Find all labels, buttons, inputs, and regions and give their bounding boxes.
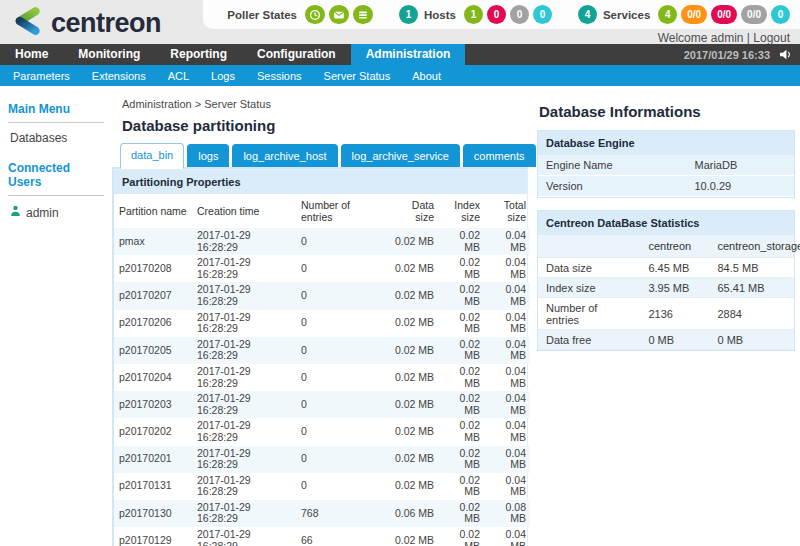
tab-log-archive-host[interactable]: log_archive_host — [232, 144, 337, 167]
col-creation-time: Creation time — [192, 194, 296, 228]
table-cell: p20170201 — [114, 446, 192, 473]
table-cell: 0.04 MB — [484, 310, 530, 337]
table-row: p201702042017-01-29 16:28:2900.02 MB0.02… — [114, 364, 530, 391]
nav-item-configuration[interactable]: Configuration — [242, 44, 351, 65]
poller-activity-envelope-icon[interactable] — [329, 5, 349, 24]
table-cell: 2017-01-29 16:28:29 — [192, 282, 296, 309]
table-cell: 0 — [296, 282, 388, 309]
connected-users-title: Connected Users — [0, 159, 112, 195]
database-statistics-table: centreon centreon_storage Data size6.45 … — [538, 235, 794, 350]
table-row: p201702082017-01-29 16:28:2900.02 MB0.02… — [114, 255, 530, 282]
table-cell: 0 MB — [640, 330, 709, 350]
top-header: centreon Poller States 1 Hosts 1 0 0 0 — [0, 0, 800, 44]
breadcrumb-server-status[interactable]: Server Status — [204, 98, 271, 110]
table-cell: 0.02 MB — [438, 228, 484, 255]
subnav-item-acl[interactable]: ACL — [157, 70, 200, 82]
services-label: Services — [603, 9, 650, 21]
nav-item-administration[interactable]: Administration — [351, 44, 466, 65]
welcome-separator: | — [747, 31, 750, 45]
col-partition-name: Partition name — [114, 194, 192, 228]
tab-log-archive-service[interactable]: log_archive_service — [341, 144, 460, 167]
table-cell: p20170203 — [114, 391, 192, 418]
table-cell: 0.04 MB — [484, 527, 530, 546]
table-row: p201702072017-01-29 16:28:2900.02 MB0.02… — [114, 282, 530, 309]
table-row: p201701312017-01-29 16:28:2900.02 MB0.02… — [114, 473, 530, 500]
subnav-item-server-status[interactable]: Server Status — [313, 70, 402, 82]
hosts-down-badge[interactable]: 0 — [487, 5, 506, 24]
table-cell: pmax — [114, 228, 192, 255]
hosts-total-badge[interactable]: 1 — [399, 5, 418, 24]
hosts-pending-badge[interactable]: 0 — [533, 5, 552, 24]
subnav-item-extensions[interactable]: Extensions — [81, 70, 157, 82]
database-engine-panel: Database Engine Engine NameMariaDBVersio… — [537, 130, 795, 198]
hosts-up-badge[interactable]: 1 — [464, 5, 483, 24]
welcome-bar: Welcome admin | Logout — [658, 31, 790, 45]
col-index-size: Index size — [438, 194, 484, 228]
table-cell: 0 MB — [710, 330, 795, 350]
database-statistics-body: Data size6.45 MB84.5 MBIndex size3.95 MB… — [538, 258, 794, 350]
table-cell: 0 — [296, 310, 388, 337]
table-row: p201702022017-01-29 16:28:2900.02 MB0.02… — [114, 418, 530, 445]
table-cell: 84.5 MB — [710, 258, 795, 278]
services-total-badge[interactable]: 4 — [578, 5, 597, 24]
table-row: p201702062017-01-29 16:28:2900.02 MB0.02… — [114, 310, 530, 337]
services-critical-badge[interactable]: 0/0 — [711, 5, 737, 24]
tab-logs[interactable]: logs — [187, 144, 229, 167]
table-row: p201701302017-01-29 16:28:297680.06 MB0.… — [114, 500, 530, 527]
table-cell: Version — [538, 176, 686, 197]
poller-states-label: Poller States — [227, 9, 297, 21]
table-cell: 2017-01-29 16:28:29 — [192, 228, 296, 255]
services-ok-badge[interactable]: 4 — [658, 5, 677, 24]
table-cell: 0.02 MB — [438, 364, 484, 391]
table-cell: 0 — [296, 255, 388, 282]
table-row: Data free0 MB0 MB — [538, 330, 794, 350]
main-column: Administration > Server Status Database … — [112, 86, 528, 546]
main-menu-title: Main Menu — [0, 100, 112, 122]
table-cell: 2017-01-29 16:28:29 — [192, 446, 296, 473]
tab-strip: data_bin logs log_archive_host log_archi… — [112, 143, 528, 169]
table-cell: 0.02 MB — [438, 337, 484, 364]
table-cell: Engine Name — [538, 155, 686, 176]
centreon-logo[interactable]: centreon — [13, 6, 161, 40]
subnav-item-parameters[interactable]: Parameters — [2, 70, 81, 82]
subnav-item-logs[interactable]: Logs — [200, 70, 246, 82]
divider — [8, 195, 104, 196]
nav-item-home[interactable]: Home — [0, 44, 63, 65]
left-sidebar: Main Menu Databases Connected Users admi… — [0, 86, 112, 546]
table-cell: 2017-01-29 16:28:29 — [192, 255, 296, 282]
breadcrumb: Administration > Server Status — [112, 96, 528, 117]
table-cell: 2017-01-29 16:28:29 — [192, 364, 296, 391]
services-unknown-badge[interactable]: 0/0 — [741, 5, 767, 24]
logout-link[interactable]: Logout — [753, 31, 790, 45]
table-cell: 66 — [296, 527, 388, 546]
table-cell: 0.02 MB — [438, 446, 484, 473]
breadcrumb-administration[interactable]: Administration — [122, 98, 192, 110]
table-cell: 0.02 MB — [438, 473, 484, 500]
connected-user-admin[interactable]: admin — [0, 203, 112, 222]
tab-comments[interactable]: comments — [463, 144, 536, 167]
table-cell: Index size — [538, 278, 640, 298]
subnav-item-about[interactable]: About — [401, 70, 452, 82]
table-cell: 0.02 MB — [388, 527, 438, 546]
tab-data-bin[interactable]: data_bin — [120, 143, 184, 169]
poller-states-list-icon[interactable] — [353, 5, 373, 24]
table-cell: 0.02 MB — [388, 473, 438, 500]
sound-speaker-icon[interactable] — [779, 46, 792, 64]
partitioning-section-header: Partitioning Properties — [114, 170, 527, 194]
table-cell: 0.02 MB — [388, 418, 438, 445]
poller-latency-clock-icon[interactable] — [305, 5, 325, 24]
database-statistics-header: Centreon DataBase Statistics — [538, 211, 794, 235]
table-cell: 0.06 MB — [388, 500, 438, 527]
table-row: p201702012017-01-29 16:28:2900.02 MB0.02… — [114, 446, 530, 473]
sidebar-item-databases[interactable]: Databases — [0, 130, 112, 159]
table-cell: 0 — [296, 391, 388, 418]
nav-item-monitoring[interactable]: Monitoring — [63, 44, 155, 65]
services-warning-badge[interactable]: 0/0 — [681, 5, 707, 24]
table-cell: 0.02 MB — [388, 255, 438, 282]
table-cell: 0.02 MB — [438, 255, 484, 282]
nav-item-reporting[interactable]: Reporting — [155, 44, 242, 65]
table-cell: p20170202 — [114, 418, 192, 445]
subnav-item-sessions[interactable]: Sessions — [246, 70, 313, 82]
hosts-unreachable-badge[interactable]: 0 — [510, 5, 529, 24]
services-pending-badge[interactable]: 0 — [771, 5, 790, 24]
